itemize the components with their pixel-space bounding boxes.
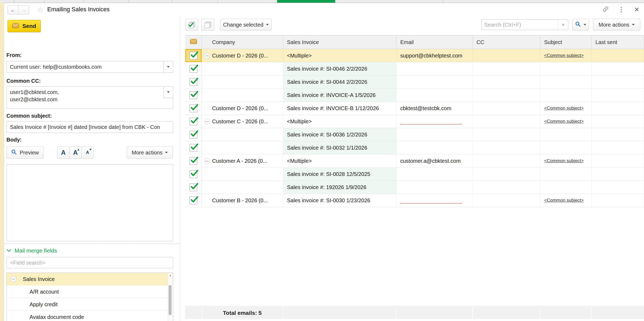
invoice-row[interactable]: Sales invoice #: SI-0032 1/1/2026 bbox=[185, 141, 644, 154]
body-more-actions-button[interactable]: More actions bbox=[127, 146, 173, 159]
row-checkbox[interactable] bbox=[190, 131, 197, 139]
favorite-star-icon[interactable]: ☆ bbox=[37, 6, 43, 14]
missing-email-underline bbox=[400, 197, 461, 204]
customer-row[interactable]: Customer C - 2026 (0...<Multiple><Common… bbox=[185, 115, 644, 128]
tree-item[interactable]: Sales Invoice bbox=[7, 273, 173, 286]
close-button[interactable]: ✕ bbox=[633, 6, 641, 14]
company-cell: Customer C - 2026 (0... bbox=[202, 115, 283, 128]
cc-dropdown-button[interactable] bbox=[163, 86, 173, 98]
window-menu-button[interactable] bbox=[617, 6, 625, 14]
sales-invoice-cell: <Multiple> bbox=[283, 154, 396, 167]
scroll-up-icon[interactable]: ▲ bbox=[168, 274, 173, 277]
footer-cell bbox=[592, 307, 644, 319]
customer-row[interactable]: Customer A - 2026 (0...<Multiple>custome… bbox=[185, 154, 644, 168]
column-header-company[interactable]: Company bbox=[202, 35, 283, 49]
tree-item[interactable]: Apply credit bbox=[7, 298, 173, 311]
active-tab[interactable] bbox=[277, 0, 335, 3]
column-header-email[interactable]: Email bbox=[396, 35, 473, 49]
chevron-down-icon bbox=[584, 24, 586, 26]
collapse-icon[interactable] bbox=[10, 276, 16, 282]
tree-scrollbar[interactable]: ▲ ▼ bbox=[168, 273, 173, 321]
increase-font-button[interactable]: A bbox=[69, 146, 82, 159]
invoice-row[interactable]: Sales invoice #: SI-0044 2/2/2026 bbox=[185, 75, 644, 89]
get-link-button[interactable] bbox=[602, 6, 610, 14]
uncheck-all-button[interactable] bbox=[201, 19, 214, 31]
field-search-input[interactable] bbox=[6, 257, 173, 268]
tree-item[interactable]: A/R account bbox=[7, 286, 173, 298]
back-button[interactable]: ← bbox=[8, 6, 19, 14]
font-style-group: A A A bbox=[57, 146, 94, 159]
bold-button[interactable]: A bbox=[57, 146, 70, 159]
invoice-row[interactable]: Sales invoice #: SI-0036 1/2/2026 bbox=[185, 128, 644, 141]
collapse-icon[interactable] bbox=[204, 158, 210, 164]
left-edge-accent bbox=[0, 3, 4, 321]
change-selected-button[interactable]: Change selected bbox=[220, 19, 272, 31]
tree-item[interactable]: Avatax document code bbox=[7, 311, 173, 321]
row-checkbox[interactable] bbox=[190, 78, 197, 86]
common-subject-link[interactable]: <Common subject> bbox=[544, 119, 584, 124]
customer-row[interactable]: Customer B - 2026 (0...Sales invoice #: … bbox=[185, 194, 644, 207]
send-button[interactable]: Send bbox=[8, 20, 41, 32]
company-name: Customer D - 2026 (0... bbox=[212, 53, 268, 59]
customer-row[interactable]: Customer D - 2026 (0...<Multiple>support… bbox=[185, 49, 644, 62]
triangle-down-icon bbox=[89, 149, 92, 150]
common-subject-link[interactable]: <Common subject> bbox=[544, 53, 584, 58]
checkbox-cell bbox=[185, 75, 202, 88]
row-checkbox[interactable] bbox=[190, 118, 197, 125]
invoice-row[interactable]: Sales invoice #: INVOICE-A 1/5/2026 bbox=[185, 89, 644, 102]
cc-cell bbox=[473, 194, 540, 207]
preview-button[interactable]: Preview bbox=[6, 146, 43, 159]
link-icon bbox=[602, 6, 609, 14]
invoice-row[interactable]: Sales invoice #: 192026 1/9/2026 bbox=[185, 181, 644, 194]
search-input[interactable] bbox=[482, 20, 558, 30]
from-select[interactable]: Current user: help@custombooks.com bbox=[6, 61, 173, 73]
body-textarea[interactable] bbox=[6, 164, 173, 241]
last-sent-cell bbox=[592, 75, 644, 88]
table-more-actions-button[interactable]: More actions bbox=[593, 19, 640, 31]
subject-cell bbox=[540, 181, 592, 194]
row-checkbox[interactable] bbox=[190, 183, 197, 191]
chevron-down-icon bbox=[6, 249, 11, 252]
scrollbar-thumb[interactable] bbox=[169, 285, 172, 315]
invoice-row[interactable]: Sales invoice #: SI-0028 12/5/2025 bbox=[185, 168, 644, 181]
row-checkbox[interactable] bbox=[190, 197, 197, 204]
row-checkbox[interactable] bbox=[190, 104, 197, 112]
collapse-icon[interactable] bbox=[204, 119, 210, 124]
search-options-button[interactable] bbox=[572, 19, 589, 31]
check-all-button[interactable] bbox=[185, 19, 198, 31]
column-header-subject[interactable]: Subject bbox=[540, 35, 592, 49]
common-subject-link[interactable]: <Common subject> bbox=[544, 158, 584, 164]
row-checkbox[interactable] bbox=[190, 170, 197, 178]
chevron-down-icon bbox=[167, 91, 170, 93]
clear-search-button[interactable]: × bbox=[558, 20, 568, 30]
window-title-bar: ← → ☆ Emailing Sales Invoices ✕ bbox=[4, 3, 644, 17]
decrease-font-button[interactable]: A bbox=[81, 146, 94, 159]
common-subject-field[interactable]: Sales Invoice # [Invoice #] dated [Invoi… bbox=[6, 121, 173, 133]
row-checkbox[interactable] bbox=[190, 52, 197, 60]
envelope-icon bbox=[12, 23, 19, 29]
footer-cell bbox=[396, 307, 473, 319]
common-subject-link[interactable]: <Common subject> bbox=[544, 106, 584, 111]
sales-invoice-cell: Sales invoice #: SI-0044 2/2/2026 bbox=[283, 75, 396, 88]
sales-invoice-cell: Sales invoice #: INVOICE-A 1/5/2026 bbox=[283, 89, 396, 102]
from-dropdown-button[interactable] bbox=[163, 61, 173, 73]
invoice-table-panel: Change selected × More actions bbox=[185, 17, 644, 321]
subject-cell bbox=[540, 128, 592, 141]
column-header-last-sent[interactable]: Last sent bbox=[592, 35, 644, 49]
mail-merge-header[interactable]: Mail merge fields bbox=[6, 247, 57, 254]
browser-tab-strip[interactable] bbox=[0, 0, 644, 3]
customer-row[interactable]: Customer D - 2026 (0...Sales invoice #: … bbox=[185, 102, 644, 115]
row-checkbox[interactable] bbox=[190, 157, 197, 165]
row-checkbox[interactable] bbox=[190, 91, 197, 99]
row-checkbox[interactable] bbox=[190, 65, 197, 73]
column-header-cc[interactable]: CC bbox=[473, 35, 540, 49]
common-subject-link[interactable]: <Common subject> bbox=[544, 198, 584, 203]
common-cc-field[interactable]: user1@cbktest.com, user2@cbktest.com bbox=[6, 86, 173, 109]
column-header-sales-invoice[interactable]: Sales Invoice bbox=[283, 35, 396, 49]
company-cell: Customer B - 2026 (0... bbox=[202, 194, 283, 207]
row-checkbox[interactable] bbox=[190, 144, 197, 152]
email-column-header[interactable] bbox=[185, 35, 202, 49]
forward-button[interactable]: → bbox=[19, 6, 29, 14]
collapse-icon[interactable] bbox=[204, 53, 210, 59]
invoice-row[interactable]: Sales invoice #: SI-0046 2/2/2026 bbox=[185, 62, 644, 75]
